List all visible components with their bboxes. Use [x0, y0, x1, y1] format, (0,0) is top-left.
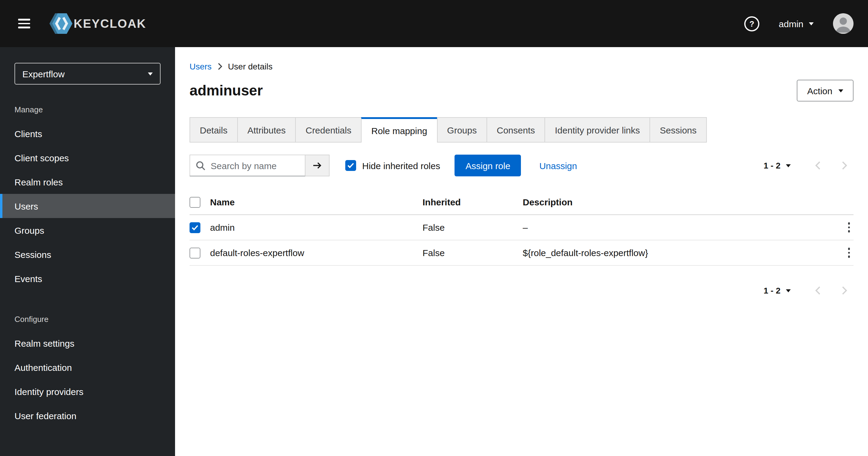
chevron-down-icon — [786, 164, 791, 167]
role-name: default-roles-expertflow — [210, 248, 423, 258]
pagination-bottom-row: 1 - 2 — [189, 281, 854, 300]
nav-section-manage: Manage Clients Client scopes Realm roles… — [0, 105, 175, 290]
chevron-right-icon — [217, 63, 222, 70]
chevron-right-icon — [840, 286, 849, 295]
app: KEYCLOAK ? admin Expertflow — [0, 0, 868, 456]
table-row: default-roles-expertflow False ${role_de… — [189, 240, 854, 266]
tab-details[interactable]: Details — [189, 117, 238, 143]
role-description: ${role_default-roles-expertflow} — [523, 248, 829, 258]
pagination-range: 1 - 2 — [764, 286, 780, 295]
role-inherited: False — [423, 222, 523, 232]
user-menu-label: admin — [779, 19, 803, 29]
tab-role-mapping[interactable]: Role mapping — [361, 117, 437, 143]
sidebar-item-user-federation[interactable]: User federation — [0, 403, 175, 428]
search-submit-button[interactable] — [305, 154, 330, 176]
tab-credentials[interactable]: Credentials — [295, 117, 362, 143]
search-group — [189, 154, 330, 176]
masthead-right: ? admin — [744, 13, 854, 34]
sidebar-item-users[interactable]: Users — [0, 194, 175, 218]
sidebar: Expertflow Manage Clients Client scopes … — [0, 47, 175, 456]
sidebar-item-realm-roles[interactable]: Realm roles — [0, 170, 175, 194]
search-icon — [195, 161, 206, 171]
table-header-row: Name Inherited Description — [189, 190, 854, 215]
sidebar-item-authentication[interactable]: Authentication — [0, 355, 175, 379]
hide-inherited-checkbox[interactable] — [345, 160, 356, 171]
toolbar: Hide inherited roles Assign role Unassig… — [189, 154, 854, 176]
pagination-bottom: 1 - 2 — [764, 281, 854, 300]
tab-groups[interactable]: Groups — [437, 117, 487, 143]
pagination-top: 1 - 2 — [764, 156, 854, 175]
sidebar-item-realm-settings[interactable]: Realm settings — [0, 331, 175, 355]
role-name: admin — [210, 222, 423, 232]
row-checkbox[interactable] — [189, 222, 200, 233]
role-inherited: False — [423, 248, 523, 258]
tab-attributes[interactable]: Attributes — [237, 117, 296, 143]
previous-page-button[interactable] — [809, 156, 827, 175]
unassign-link[interactable]: Unassign — [539, 160, 577, 171]
keycloak-logo-icon — [50, 13, 72, 34]
chevron-down-icon — [786, 289, 791, 292]
column-header-inherited: Inherited — [423, 197, 523, 207]
chevron-down-icon — [148, 72, 153, 75]
action-dropdown-button[interactable]: Action — [797, 80, 854, 102]
row-kebab-menu-icon[interactable] — [844, 244, 854, 261]
check-icon — [347, 163, 354, 169]
arrow-right-icon — [312, 161, 322, 170]
avatar[interactable] — [833, 13, 854, 34]
sidebar-item-sessions[interactable]: Sessions — [0, 242, 175, 266]
hide-inherited-label: Hide inherited roles — [362, 160, 440, 171]
chevron-down-icon — [809, 22, 814, 25]
menu-toggle-icon[interactable] — [14, 16, 34, 32]
tab-identity-provider-links[interactable]: Identity provider links — [545, 117, 650, 143]
chevron-right-icon — [840, 161, 849, 170]
title-row: adminuser Action — [189, 80, 854, 102]
row-checkbox[interactable] — [189, 247, 200, 258]
breadcrumb-link-users[interactable]: Users — [189, 62, 212, 71]
search-input[interactable] — [189, 154, 305, 176]
sidebar-item-groups[interactable]: Groups — [0, 218, 175, 242]
previous-page-button[interactable] — [809, 281, 827, 300]
breadcrumb-current: User details — [228, 62, 273, 71]
help-icon[interactable]: ? — [744, 16, 760, 31]
chevron-left-icon — [814, 161, 822, 170]
pagination-range: 1 - 2 — [764, 161, 780, 170]
nav-section-title-manage: Manage — [14, 105, 175, 114]
user-menu[interactable]: admin — [775, 18, 817, 29]
next-page-button[interactable] — [835, 156, 854, 175]
role-mapping-table: Name Inherited Description admin False – — [189, 190, 854, 266]
avatar-person-icon — [833, 13, 854, 34]
chevron-left-icon — [814, 286, 822, 295]
page-title: adminuser — [189, 82, 263, 99]
brand-text: KEYCLOAK — [74, 17, 146, 30]
keycloak-logo: KEYCLOAK — [50, 13, 146, 34]
masthead: KEYCLOAK ? admin — [0, 0, 868, 47]
assign-role-button[interactable]: Assign role — [455, 154, 521, 176]
main-content: Users User details adminuser Action Deta… — [175, 47, 868, 456]
realm-selector[interactable]: Expertflow — [14, 63, 161, 85]
row-kebab-menu-icon[interactable] — [844, 219, 854, 236]
sidebar-item-identity-providers[interactable]: Identity providers — [0, 379, 175, 403]
table-row: admin False – — [189, 215, 854, 240]
pagination-range-toggle[interactable]: 1 - 2 — [764, 161, 791, 170]
pagination-range-toggle[interactable]: 1 - 2 — [764, 286, 791, 295]
column-header-name: Name — [210, 197, 423, 207]
sidebar-item-events[interactable]: Events — [0, 266, 175, 290]
nav-section-title-configure: Configure — [14, 315, 175, 324]
column-header-description: Description — [523, 197, 829, 207]
action-dropdown-label: Action — [807, 85, 832, 96]
tab-bar: Details Attributes Credentials Role mapp… — [189, 117, 854, 143]
sidebar-item-client-scopes[interactable]: Client scopes — [0, 146, 175, 170]
check-icon — [191, 224, 198, 230]
realm-selector-label: Expertflow — [22, 68, 65, 79]
nav-section-configure: Configure Realm settings Authentication … — [0, 315, 175, 428]
role-description: – — [523, 222, 829, 232]
sidebar-item-clients[interactable]: Clients — [0, 121, 175, 146]
chevron-down-icon — [838, 89, 843, 92]
select-all-checkbox[interactable] — [189, 197, 200, 207]
breadcrumb: Users User details — [189, 62, 854, 71]
tab-consents[interactable]: Consents — [487, 117, 546, 143]
hide-inherited-roles-toggle[interactable]: Hide inherited roles — [345, 160, 440, 171]
next-page-button[interactable] — [835, 281, 854, 300]
tab-sessions[interactable]: Sessions — [650, 117, 707, 143]
